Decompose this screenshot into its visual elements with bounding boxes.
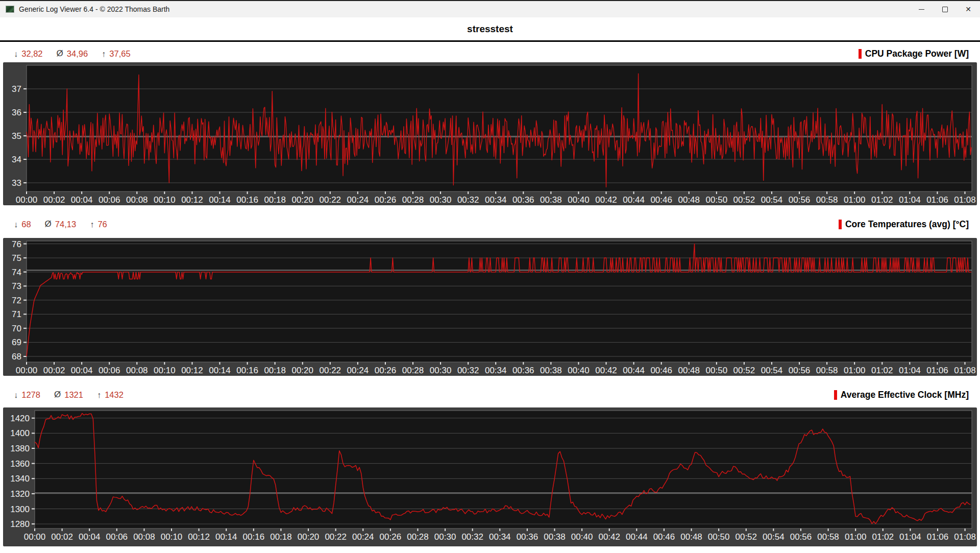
max-arrow-icon: ↑	[102, 49, 106, 59]
x-tick-label: 00:32	[457, 195, 479, 205]
legend-power: CPU Package Power [W]	[859, 49, 969, 59]
stat-max-value: 1432	[105, 390, 124, 400]
power-chart[interactable]: 333435363700:0000:0200:0400:0600:0800:10…	[3, 62, 977, 205]
x-tick-label: 00:06	[99, 366, 120, 375]
plot-area[interactable]	[35, 411, 972, 528]
x-tick-label: 00:16	[243, 532, 265, 542]
x-tick-label: 01:00	[845, 532, 867, 542]
avg-symbol-icon: Ø	[45, 219, 52, 229]
y-tick-label: 74	[12, 268, 21, 277]
x-tick-label: 00:00	[16, 366, 38, 375]
x-tick-label: 01:06	[927, 532, 949, 542]
x-tick-label: 00:42	[598, 532, 620, 542]
series-color-bar	[834, 390, 837, 400]
maximize-icon	[942, 7, 948, 12]
y-tick-label: 34	[12, 155, 21, 164]
x-tick-label: 00:12	[181, 195, 203, 205]
x-tick-label: 00:36	[512, 366, 534, 375]
x-tick-label: 00:14	[209, 366, 231, 375]
x-tick-label: 00:10	[154, 195, 176, 205]
stats-left-temperature: ↓68 Ø74,13 ↑76	[14, 219, 107, 229]
x-tick-label: 00:14	[209, 195, 231, 205]
x-tick-label: 00:00	[16, 195, 38, 205]
stats-row-temperature: ↓68 Ø74,13 ↑76 Core Temperatures (avg) […	[0, 218, 980, 231]
x-tick-label: 00:50	[706, 366, 728, 375]
chart-panel-temperature: 68697071727374757600:0000:0200:0400:0600…	[3, 238, 977, 376]
close-button[interactable]: ✕	[957, 1, 980, 17]
temperature-chart[interactable]: 68697071727374757600:0000:0200:0400:0600…	[3, 238, 977, 376]
x-tick-label: 00:26	[375, 366, 397, 375]
x-tick-label: 00:08	[126, 366, 148, 375]
x-tick-label: 00:54	[763, 532, 785, 542]
x-tick-label: 00:40	[571, 532, 593, 542]
x-tick-label: 00:00	[24, 532, 46, 542]
y-tick-label: 33	[12, 178, 21, 188]
x-tick-label: 00:10	[161, 532, 183, 542]
y-tick-label: 70	[12, 324, 21, 333]
x-tick-label: 00:44	[626, 532, 648, 542]
stat-avg-value: 74,13	[55, 220, 76, 229]
x-tick-label: 00:50	[706, 195, 728, 205]
y-tick-label: 1340	[10, 474, 30, 484]
min-arrow-icon: ↓	[14, 220, 18, 229]
x-tick-label: 00:42	[595, 195, 617, 205]
x-tick-label: 01:00	[844, 195, 866, 205]
x-tick-label: 00:56	[789, 195, 811, 205]
max-arrow-icon: ↑	[90, 220, 94, 229]
y-tick-label: 71	[12, 309, 21, 319]
y-tick-label: 72	[12, 296, 21, 305]
y-tick-label: 36	[12, 108, 21, 117]
x-tick-label: 00:34	[485, 366, 507, 375]
stat-avg: Ø34,96	[57, 49, 88, 59]
plot-area[interactable]	[27, 241, 972, 362]
x-tick-label: 01:02	[871, 195, 893, 205]
x-tick-label: 00:08	[133, 532, 155, 542]
max-arrow-icon: ↑	[97, 390, 101, 400]
x-tick-label: 00:46	[650, 366, 672, 375]
x-tick-label: 00:22	[325, 532, 347, 542]
x-tick-label: 00:08	[126, 195, 148, 205]
chart-panel-clock: 1280130013201340136013801400142000:0000:…	[3, 407, 977, 546]
x-tick-label: 00:16	[236, 195, 258, 205]
minimize-button[interactable]	[910, 1, 933, 17]
x-tick-label: 00:40	[568, 195, 590, 205]
y-tick-label: 1300	[10, 504, 30, 514]
legend-clock: Average Effective Clock [MHz]	[834, 390, 969, 400]
x-tick-label: 00:28	[407, 532, 429, 542]
x-tick-label: 00:04	[71, 366, 93, 375]
stat-min-value: 1278	[21, 390, 40, 400]
x-tick-label: 00:32	[461, 532, 483, 542]
y-tick-label: 1420	[10, 414, 30, 423]
x-tick-label: 01:06	[926, 366, 948, 375]
stats-left-power: ↓32,82 Ø34,96 ↑37,65	[14, 49, 131, 59]
avg-symbol-icon: Ø	[57, 49, 63, 59]
x-tick-label: 00:48	[678, 366, 700, 375]
x-tick-label: 01:04	[899, 532, 921, 542]
x-tick-label: 00:46	[653, 532, 675, 542]
stats-left-clock: ↓1278 Ø1321 ↑1432	[14, 390, 124, 400]
x-tick-label: 01:02	[872, 532, 894, 542]
x-tick-label: 00:36	[517, 532, 538, 542]
maximize-button[interactable]	[933, 1, 957, 17]
x-tick-label: 01:04	[899, 195, 921, 205]
x-tick-label: 00:20	[298, 532, 320, 542]
stat-avg-value: 34,96	[67, 49, 88, 59]
x-tick-label: 00:28	[402, 195, 424, 205]
y-tick-label: 1380	[10, 444, 30, 453]
x-tick-label: 00:34	[485, 195, 507, 205]
y-tick-label: 1360	[10, 459, 30, 469]
x-tick-label: 00:26	[375, 195, 397, 205]
x-tick-label: 00:56	[790, 532, 812, 542]
x-tick-label: 00:38	[540, 195, 562, 205]
x-tick-label: 00:38	[544, 532, 566, 542]
x-tick-label: 00:46	[650, 195, 672, 205]
x-tick-label: 00:14	[215, 532, 237, 542]
clock-chart[interactable]: 1280130013201340136013801400142000:0000:…	[3, 407, 977, 546]
minimize-icon	[919, 9, 924, 10]
window-titlebar: Generic Log Viewer 6.4 - © 2022 Thomas B…	[0, 1, 980, 17]
chart-title-clock: Average Effective Clock [MHz]	[841, 390, 969, 400]
x-tick-label: 00:58	[816, 366, 838, 375]
stats-row-clock: ↓1278 Ø1321 ↑1432 Average Effective Cloc…	[0, 388, 980, 401]
x-tick-label: 00:48	[678, 195, 700, 205]
stat-max-value: 76	[97, 220, 107, 229]
